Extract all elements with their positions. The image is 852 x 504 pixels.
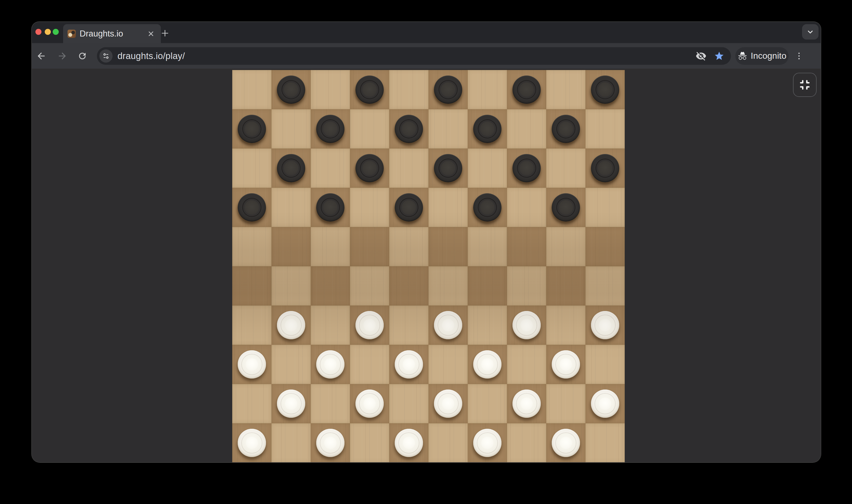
dark-piece[interactable] <box>277 75 305 104</box>
board-square[interactable] <box>350 266 389 306</box>
board-square[interactable] <box>389 148 429 188</box>
tab-search-button[interactable] <box>802 24 818 39</box>
dark-piece[interactable] <box>473 193 502 221</box>
dark-piece[interactable] <box>591 154 619 182</box>
board-square[interactable] <box>546 266 585 306</box>
dark-piece[interactable] <box>552 193 580 221</box>
board-square[interactable] <box>468 227 507 266</box>
board-square[interactable] <box>468 384 507 423</box>
board-square[interactable] <box>350 384 389 423</box>
dark-piece[interactable] <box>238 115 266 143</box>
white-piece[interactable] <box>277 390 305 418</box>
board-square[interactable] <box>350 423 389 462</box>
dark-piece[interactable] <box>512 154 541 182</box>
dark-piece[interactable] <box>512 75 541 104</box>
window-zoom-button[interactable] <box>53 29 59 35</box>
white-piece[interactable] <box>395 350 423 379</box>
board-square[interactable] <box>389 306 429 345</box>
site-settings-button[interactable] <box>99 49 112 62</box>
board-square[interactable] <box>350 148 389 188</box>
tab-close-button[interactable] <box>145 28 157 39</box>
board-square[interactable] <box>546 227 585 266</box>
board-square[interactable] <box>585 345 625 384</box>
board-square[interactable] <box>232 227 271 266</box>
board-square[interactable] <box>271 148 311 188</box>
board-square[interactable] <box>389 423 429 462</box>
board-square[interactable] <box>271 227 311 266</box>
dark-piece[interactable] <box>395 115 423 143</box>
board-square[interactable] <box>232 345 271 384</box>
dark-piece[interactable] <box>434 75 462 104</box>
white-piece[interactable] <box>238 429 266 457</box>
board-square[interactable] <box>468 423 507 462</box>
board-square[interactable] <box>546 188 585 227</box>
board-square[interactable] <box>389 227 429 266</box>
white-piece[interactable] <box>356 390 384 418</box>
board-square[interactable] <box>311 266 350 306</box>
board-square[interactable] <box>507 148 546 188</box>
board-square[interactable] <box>507 227 546 266</box>
board-square[interactable] <box>350 188 389 227</box>
exit-fullscreen-button[interactable] <box>793 73 817 97</box>
board-square[interactable] <box>232 148 271 188</box>
white-piece[interactable] <box>434 311 462 339</box>
white-piece[interactable] <box>316 350 344 379</box>
back-button[interactable] <box>36 51 47 61</box>
white-piece[interactable] <box>473 350 502 379</box>
board-square[interactable] <box>468 306 507 345</box>
board-square[interactable] <box>232 384 271 423</box>
board-square[interactable] <box>232 188 271 227</box>
dark-piece[interactable] <box>591 75 619 104</box>
board-square[interactable] <box>389 109 429 148</box>
board-square[interactable] <box>507 188 546 227</box>
board-square[interactable] <box>389 188 429 227</box>
board-square[interactable] <box>429 423 468 462</box>
board-square[interactable] <box>468 148 507 188</box>
board-square[interactable] <box>232 109 271 148</box>
board-square[interactable] <box>585 148 625 188</box>
white-piece[interactable] <box>473 429 502 457</box>
preview-hidden-button[interactable] <box>695 50 707 62</box>
board-square[interactable] <box>468 345 507 384</box>
board-square[interactable] <box>585 266 625 306</box>
board-square[interactable] <box>350 306 389 345</box>
board-square[interactable] <box>311 384 350 423</box>
board-square[interactable] <box>429 266 468 306</box>
board-square[interactable] <box>350 345 389 384</box>
white-piece[interactable] <box>316 429 344 457</box>
board-square[interactable] <box>585 306 625 345</box>
dark-piece[interactable] <box>316 115 344 143</box>
white-piece[interactable] <box>356 311 384 339</box>
board-square[interactable] <box>546 148 585 188</box>
tab-draughts[interactable]: Draughts.io <box>63 24 161 43</box>
dark-piece[interactable] <box>434 154 462 182</box>
board-square[interactable] <box>585 227 625 266</box>
board-square[interactable] <box>311 109 350 148</box>
board-square[interactable] <box>232 423 271 462</box>
board-square[interactable] <box>585 109 625 148</box>
board-square[interactable] <box>311 227 350 266</box>
board-square[interactable] <box>311 188 350 227</box>
board-square[interactable] <box>507 423 546 462</box>
bookmark-button[interactable] <box>713 50 725 62</box>
white-piece[interactable] <box>552 350 580 379</box>
dark-piece[interactable] <box>316 193 344 221</box>
dark-piece[interactable] <box>473 115 502 143</box>
board-square[interactable] <box>507 109 546 148</box>
board-square[interactable] <box>429 70 468 109</box>
board-square[interactable] <box>429 227 468 266</box>
forward-button[interactable] <box>57 51 68 61</box>
board-square[interactable] <box>429 345 468 384</box>
incognito-badge[interactable]: Incognito <box>735 47 788 65</box>
board-square[interactable] <box>546 306 585 345</box>
board-square[interactable] <box>546 345 585 384</box>
white-piece[interactable] <box>434 390 462 418</box>
white-piece[interactable] <box>552 429 580 457</box>
board-square[interactable] <box>468 70 507 109</box>
board-square[interactable] <box>232 266 271 306</box>
board-square[interactable] <box>271 266 311 306</box>
white-piece[interactable] <box>512 390 541 418</box>
board-square[interactable] <box>585 384 625 423</box>
browser-menu-button[interactable] <box>794 51 804 61</box>
board-square[interactable] <box>311 70 350 109</box>
